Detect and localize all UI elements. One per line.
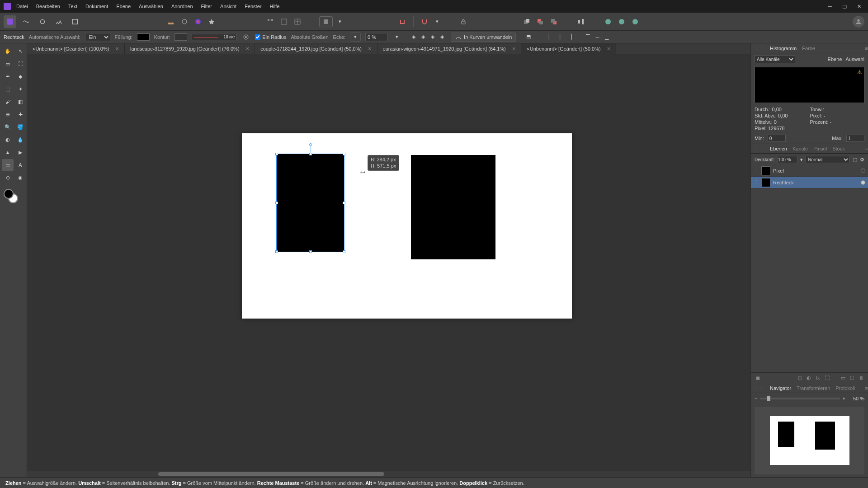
layer-lock-icon[interactable]: ⬚ <box>853 157 857 163</box>
align-center-h[interactable]: │ <box>556 33 564 41</box>
clone-tool[interactable]: ⊕ <box>2 108 14 120</box>
scrollbar-thumb[interactable] <box>158 472 384 476</box>
panel-menu-icon[interactable]: ≡ <box>865 146 868 151</box>
menu-datei[interactable]: Datei <box>16 4 28 9</box>
layer-pixel[interactable]: ⋮ Pixel <box>751 165 868 177</box>
window-maximize[interactable]: ▢ <box>839 2 850 11</box>
sync-1[interactable] <box>603 16 613 27</box>
doc-tab-4[interactable]: eurasian-wigeon-4914971_1920.jpg [Geände… <box>377 43 522 54</box>
align-center-v[interactable]: ─ <box>593 33 601 41</box>
panel-menu-icon[interactable]: ≡ <box>865 385 868 391</box>
zoom-slider[interactable] <box>760 398 840 399</box>
tab-history[interactable]: Protokoll <box>835 385 855 391</box>
stroke-settings-icon[interactable] <box>241 33 250 42</box>
fill-swatch[interactable] <box>137 33 150 41</box>
stroke-width[interactable]: Ohne <box>192 34 237 40</box>
eraser-tool[interactable]: ◧ <box>14 96 26 108</box>
delete-layer-icon[interactable]: 🗑 <box>858 375 864 381</box>
move-tool[interactable]: ↖ <box>14 45 26 57</box>
selection-tool[interactable]: ▭ <box>2 58 14 70</box>
persona-develop[interactable] <box>36 15 49 28</box>
fill-tool[interactable]: 🪣 <box>14 121 26 133</box>
navigator-preview[interactable] <box>755 407 864 474</box>
persona-photo[interactable] <box>4 15 16 28</box>
auto-select-dropdown[interactable]: Ein <box>85 33 110 41</box>
account-avatar[interactable] <box>853 16 864 28</box>
close-icon[interactable]: × <box>512 45 516 52</box>
flood-select-tool[interactable]: ✦ <box>14 83 26 95</box>
opacity-input[interactable] <box>778 156 797 163</box>
smudge-tool[interactable]: 💧 <box>14 134 26 145</box>
close-icon[interactable]: × <box>246 45 250 52</box>
eyedropper-tool[interactable]: ⊙ <box>2 172 14 183</box>
menu-ebene[interactable]: Ebene <box>116 4 131 9</box>
tab-navigator[interactable]: Navigator <box>770 385 791 391</box>
slider-knob[interactable] <box>767 396 770 401</box>
snap-toggle[interactable] <box>397 16 408 27</box>
persona-tone[interactable] <box>52 15 65 28</box>
order-backward[interactable] <box>535 16 546 27</box>
tab-channels[interactable]: Kanäle <box>793 146 808 151</box>
layer-settings-icon[interactable]: ⚙ <box>860 157 864 163</box>
snap-grid-3[interactable] <box>292 16 303 27</box>
panel-menu-icon[interactable]: ≡ <box>865 46 868 51</box>
vector-tool[interactable]: ▲ <box>2 146 14 158</box>
add-mask-icon[interactable]: ◻ <box>797 375 803 381</box>
visibility-toggle[interactable] <box>861 169 865 173</box>
crop-tool[interactable]: ⛶ <box>14 58 26 70</box>
snap-grid-2[interactable] <box>278 16 289 27</box>
corner-type[interactable]: ▾ <box>350 33 361 42</box>
tab-color[interactable]: Farbe <box>802 46 815 51</box>
fx-button-4[interactable] <box>206 16 217 27</box>
marquee-tool[interactable]: ⬚ <box>2 83 14 95</box>
close-icon[interactable]: × <box>368 45 372 52</box>
panel-grip-icon[interactable]: ⋮⋮ <box>755 45 764 51</box>
corner-value-input[interactable] <box>365 33 388 41</box>
transform-origin-3[interactable]: ◈ <box>429 33 437 41</box>
corner-dropdown[interactable]: ▾ <box>392 33 401 42</box>
canvas-viewport[interactable]: B: 384,2 px H: 571,5 px ⤢ <box>27 54 750 471</box>
transform-origin-4[interactable]: ◈ <box>438 33 446 41</box>
menu-anordnen[interactable]: Anordnen <box>171 4 193 9</box>
text-tool[interactable]: A <box>14 159 26 171</box>
layer-rechteck[interactable]: ⋮ Rechteck <box>751 177 868 188</box>
hist-layer-btn[interactable]: Ebene <box>828 56 842 62</box>
single-radius-checkbox[interactable] <box>255 34 260 40</box>
visibility-toggle[interactable] <box>861 180 865 185</box>
persona-liquify[interactable] <box>20 15 33 28</box>
menu-dokument[interactable]: Dokument <box>85 4 108 9</box>
convert-to-curves-button[interactable]: In Kurven umwandeln <box>451 33 516 42</box>
panel-grip-icon[interactable]: ⋮⋮ <box>755 146 764 152</box>
doc-tab-2[interactable]: landscape-3127859_1920.jpg [Geändert] (7… <box>125 43 255 54</box>
fx-button-1[interactable] <box>165 16 176 27</box>
adjustment-icon[interactable]: ◐ <box>806 375 812 381</box>
close-icon[interactable]: × <box>115 45 119 52</box>
fx-button-2[interactable] <box>179 16 190 27</box>
absolute-sizes-label[interactable]: Absolute Größen <box>291 34 328 40</box>
rectangle-tool[interactable]: ▭ <box>2 159 14 171</box>
hand-tool[interactable]: ✋ <box>2 45 14 57</box>
align-top[interactable]: ▔ <box>584 33 592 41</box>
align-bottom[interactable]: ▁ <box>603 33 611 41</box>
transform-origin-2[interactable]: ◈ <box>419 33 427 41</box>
horizontal-scrollbar[interactable] <box>27 471 750 477</box>
rectangle-shape-2[interactable] <box>411 155 495 259</box>
clip-mode[interactable] <box>319 16 333 27</box>
zoom-out-button[interactable]: − <box>755 396 757 401</box>
geometry-button[interactable]: ⬒ <box>524 33 533 42</box>
align-left[interactable]: ▏ <box>547 33 555 41</box>
pen-tool[interactable]: ✒ <box>2 70 14 82</box>
doc-tab-3[interactable]: couple-1718244_1920.jpg [Geändert] (50,0… <box>255 43 377 54</box>
zoom-in-button[interactable]: + <box>843 396 845 401</box>
doc-tab-5[interactable]: <Unbenannt> [Geändert] (50,0%)× <box>521 43 616 54</box>
lock-toggle[interactable] <box>458 16 469 27</box>
sync-3[interactable] <box>630 16 641 27</box>
layer-toggle-icon[interactable]: ⋮ <box>754 179 759 185</box>
mesh-tool[interactable]: ▶ <box>14 146 26 158</box>
rotation-handle[interactable] <box>309 143 312 146</box>
align-panel[interactable] <box>576 16 586 27</box>
menu-hilfe[interactable]: Hilfe <box>269 4 279 9</box>
rectangle-shape-1[interactable] <box>277 154 344 252</box>
sync-2[interactable] <box>616 16 627 27</box>
menu-text[interactable]: Text <box>68 4 77 9</box>
